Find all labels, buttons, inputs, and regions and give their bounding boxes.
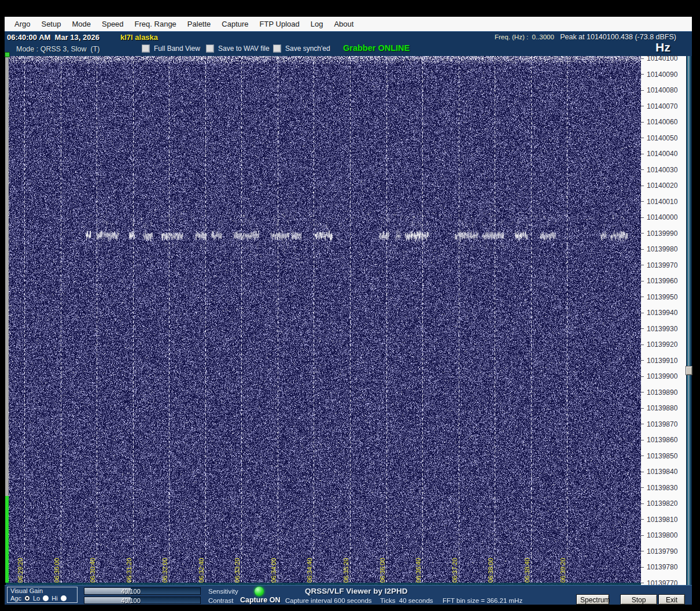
visual-gain-radio-row: AgcLoHi — [10, 595, 67, 602]
time-label: 06:33:20 — [234, 550, 241, 583]
visual-gain-option-label: Hi — [51, 595, 57, 602]
contrast-label: Contrast — [208, 597, 233, 604]
capture-progress — [5, 56, 9, 583]
grabber-status-badge: Grabber ONLINE — [343, 43, 410, 53]
menu-item-freq-range[interactable]: Freq. Range — [135, 20, 176, 28]
freq-tick — [641, 233, 644, 234]
freq-tick — [641, 249, 644, 250]
freq-label: 10139930 — [641, 325, 677, 333]
info-bar: 06:40:00 AM Mar 13, 2026 kl7l alaska Fre… — [5, 31, 692, 42]
exit-button[interactable]: Exit — [658, 594, 685, 605]
freq-tick — [641, 551, 644, 551]
visual-gain-option-label: Lo — [33, 595, 40, 602]
freq-label: 10140020 — [641, 182, 677, 190]
freq-tick — [641, 360, 644, 361]
spectrum-button[interactable]: Spectrum — [576, 594, 609, 605]
callsign-text: kl7l alaska — [120, 33, 158, 42]
sensitivity-value: 40/100 — [84, 588, 177, 595]
freq-label: 10140090 — [641, 71, 677, 79]
freq-tick — [641, 328, 644, 329]
checkbox-label: Full Band View — [154, 45, 200, 53]
freq-tick — [641, 408, 644, 409]
freq-label: 10139840 — [641, 468, 677, 476]
menu-item-speed[interactable]: Speed — [102, 20, 124, 28]
time-label: 06:30:00 — [53, 550, 60, 583]
capture-progress-elapsed — [5, 496, 9, 583]
ticks-label: Ticks 40 seconds — [380, 597, 433, 604]
capture-led-icon — [255, 587, 264, 596]
scroll-thumb[interactable] — [686, 366, 692, 375]
checkbox-save-synch-ed[interactable]: Save synch'ed — [273, 45, 330, 53]
checkbox-save-to-wav-file[interactable]: Save to WAV file — [206, 45, 270, 53]
freq-label: 10139890 — [641, 388, 677, 397]
stop-button[interactable]: Stop — [620, 594, 657, 605]
freq-tick — [641, 122, 644, 123]
sensitivity-slider[interactable]: 40/100 — [84, 587, 201, 595]
freq-label: 10139940 — [641, 309, 677, 317]
freq-label: 10139950 — [641, 293, 677, 301]
freq-label: 10139860 — [641, 436, 677, 444]
freq-label: 10139880 — [641, 404, 677, 412]
time-label: 06:35:20 — [342, 550, 349, 583]
freq-tick — [641, 281, 644, 282]
freq-tick — [641, 74, 644, 75]
time-label: 06:34:40 — [306, 550, 313, 583]
freq-tick — [641, 297, 644, 297]
capture-status: Capture ON — [240, 596, 280, 604]
checkbox-label: Save synch'ed — [285, 45, 330, 53]
freq-label: 10139810 — [641, 516, 677, 524]
bottom-bar: Visual Gain AgcLoHi 40/100 40/100 Sensit… — [5, 585, 692, 605]
time-label: 06:36:40 — [415, 550, 422, 583]
freq-tick — [641, 519, 644, 520]
menu-item-about[interactable]: About — [334, 20, 353, 28]
freq-tick — [641, 201, 644, 202]
menu-item-ftp-upload[interactable]: FTP Upload — [260, 20, 300, 28]
menu-item-palette[interactable]: Palette — [187, 20, 211, 28]
freq-label: 10140080 — [641, 86, 677, 94]
radio-lo[interactable] — [43, 595, 49, 601]
checkbox-label: Save to WAV file — [218, 45, 270, 53]
freq-label: 10139910 — [641, 357, 677, 365]
freq-tick — [641, 503, 644, 504]
menu-item-mode[interactable]: Mode — [72, 20, 91, 28]
freq-tick — [641, 583, 644, 583]
fft-bin-size-label: FFT bin size = 366.21 mHz — [443, 597, 522, 604]
freq-tick — [641, 440, 644, 440]
freq-tick — [641, 535, 644, 536]
checkbox-box-icon[interactable] — [206, 45, 214, 53]
freq-tick — [641, 106, 644, 106]
freq-label: 10140000 — [641, 213, 677, 221]
freq-tick — [641, 217, 644, 218]
contrast-slider[interactable]: 40/100 — [84, 597, 201, 604]
marker-track — [686, 56, 692, 585]
time-label: 06:37:20 — [451, 550, 458, 583]
argo-window: ArgoSetupModeSpeedFreq. RangePaletteCapt… — [0, 0, 700, 611]
checkbox-box-icon[interactable] — [273, 45, 281, 53]
freq-tick — [641, 392, 644, 392]
freq-tick — [641, 487, 644, 488]
menu-bar: ArgoSetupModeSpeedFreq. RangePaletteCapt… — [5, 17, 692, 31]
freq-label: 10139850 — [641, 452, 677, 460]
app-title: QRSS/VLF Viewer by I2PHD — [305, 587, 408, 595]
menu-item-log[interactable]: Log — [311, 20, 323, 28]
freq-range-label: Freq. (Hz) : 0..3000 — [495, 34, 554, 40]
menu-item-setup[interactable]: Setup — [41, 20, 61, 28]
time-label: 06:32:00 — [161, 550, 168, 583]
radio-hi[interactable] — [61, 595, 67, 601]
freq-label: 10140010 — [641, 198, 677, 206]
radio-agc[interactable] — [24, 595, 30, 601]
time-label: 06:38:00 — [487, 550, 494, 583]
freq-label: 10139800 — [641, 531, 677, 539]
freq-tick — [641, 376, 644, 377]
menu-item-capture[interactable]: Capture — [222, 20, 248, 28]
mode-bar: Mode : QRSS 3, Slow (T) Grabber ONLINE F… — [5, 42, 692, 56]
freq-label: 10140060 — [641, 118, 677, 126]
freq-label: 10139970 — [641, 261, 677, 269]
menu-item-argo[interactable]: Argo — [14, 20, 30, 28]
freq-label: 10140070 — [641, 102, 677, 110]
freq-tick — [641, 313, 644, 313]
freq-tick — [641, 456, 644, 456]
freq-label: 10139900 — [641, 372, 677, 380]
checkbox-box-icon[interactable] — [142, 45, 150, 53]
checkbox-full-band-view[interactable]: Full Band View — [142, 45, 200, 53]
